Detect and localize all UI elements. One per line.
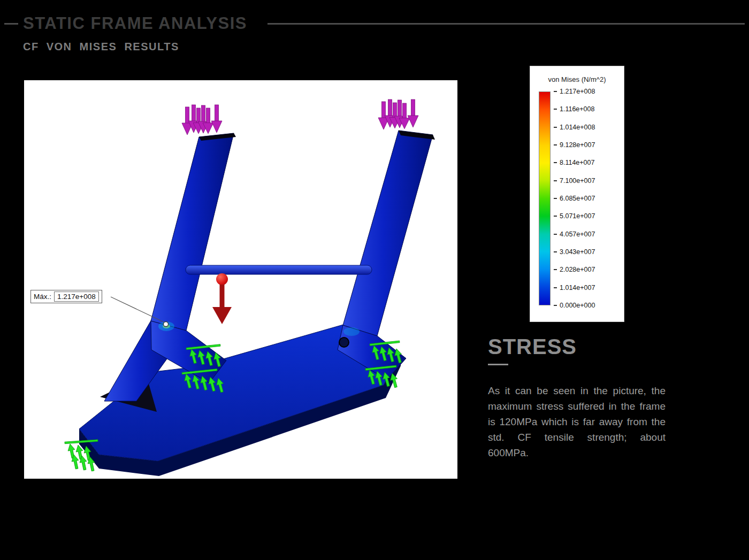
cross-tube (186, 265, 372, 274)
legend-tick (554, 162, 557, 163)
max-stress-callout: Máx.: 1.217e+008 (30, 290, 102, 303)
legend-value: 2.028e+007 (560, 266, 595, 273)
stress-heading-rule (488, 364, 508, 365)
fea-model-canvas (24, 80, 457, 479)
legend-tick (554, 180, 557, 181)
legend-label-row: 1.116e+008 (554, 106, 595, 112)
force-point-marker (216, 273, 228, 285)
legend-tick (554, 234, 557, 235)
force-arrow-shaft (220, 285, 225, 308)
stress-body: As it can be seen in the picture, the ma… (488, 383, 666, 461)
legend-label-row: 1.217e+008 (554, 88, 595, 95)
frame-model (79, 131, 435, 476)
stress-heading: STRESS (488, 335, 666, 359)
legend-title: von Mises (N/m^2) (530, 75, 624, 83)
right-beam (343, 131, 433, 336)
legend-tick (554, 91, 557, 92)
load-arrows-right (378, 99, 418, 129)
legend-labels: 1.217e+008 1.116e+008 1.014e+008 9.128e+… (554, 88, 595, 309)
legend-value: 9.128e+007 (560, 141, 595, 149)
slide: STATIC FRAME ANALYSIS CF VON MISES RESUL… (0, 0, 749, 560)
title-right-rule (268, 23, 745, 25)
legend-label-row: 4.057e+007 (554, 231, 595, 237)
legend-label-row: 8.114e+007 (554, 159, 595, 166)
legend-label-row: 3.043e+007 (554, 249, 595, 255)
legend-tick (554, 109, 557, 110)
legend-label-row: 0.000e+000 (554, 302, 595, 309)
legend-body: 1.217e+008 1.116e+008 1.014e+008 9.128e+… (539, 91, 621, 309)
legend-value: 3.043e+007 (560, 248, 595, 256)
legend-value: 1.014e+007 (560, 284, 595, 291)
legend-label-row: 1.014e+007 (554, 285, 595, 291)
load-arrows-left (182, 105, 222, 135)
legend-tick (554, 198, 557, 199)
stress-section: STRESS As it can be seen in the picture,… (488, 335, 666, 461)
legend-label-row: 2.028e+007 (554, 266, 595, 273)
title-left-rule (4, 23, 18, 25)
stress-hotspot-right (343, 327, 360, 336)
legend-label-row: 1.014e+008 (554, 124, 595, 131)
legend-tick (554, 127, 557, 128)
legend-tick (554, 287, 557, 288)
page-title: STATIC FRAME ANALYSIS (23, 14, 247, 33)
legend-value: 0.000e+000 (560, 302, 595, 309)
legend-value: 5.071e+007 (560, 212, 595, 220)
legend-label-row: 7.100e+007 (554, 178, 595, 184)
legend-value: 1.116e+008 (560, 105, 594, 113)
page-subtitle: CF VON MISES RESULTS (23, 41, 749, 53)
legend-tick (554, 269, 557, 270)
right-joint-hole (339, 337, 349, 347)
legend-panel: von Mises (N/m^2) 1.217e+008 1.116e+008 … (530, 66, 624, 322)
legend-value: 6.085e+007 (560, 195, 595, 202)
max-force-arrow (212, 273, 232, 324)
legend-tick (554, 305, 557, 306)
legend-tick (554, 144, 557, 145)
legend-tick (554, 216, 557, 217)
color-scale-bar (539, 91, 551, 305)
legend-label-row: 9.128e+007 (554, 142, 595, 148)
force-arrow-head (212, 307, 232, 324)
legend-value: 7.100e+007 (560, 177, 595, 185)
header: STATIC FRAME ANALYSIS CF VON MISES RESUL… (0, 14, 749, 53)
fea-figure-panel: Máx.: 1.217e+008 (24, 80, 457, 479)
legend-tick (554, 251, 557, 252)
legend-label-row: 5.071e+007 (554, 213, 595, 219)
legend-value: 1.014e+008 (560, 124, 595, 131)
legend-value: 1.217e+008 (560, 88, 595, 95)
max-callout-value: 1.217e+008 (54, 291, 99, 302)
legend-value: 8.114e+007 (560, 159, 594, 166)
legend-label-row: 6.085e+007 (554, 195, 595, 202)
max-callout-label: Máx.: (34, 293, 51, 301)
max-stress-point-marker (164, 322, 169, 327)
title-row: STATIC FRAME ANALYSIS (0, 14, 749, 33)
legend-value: 4.057e+007 (560, 231, 595, 238)
